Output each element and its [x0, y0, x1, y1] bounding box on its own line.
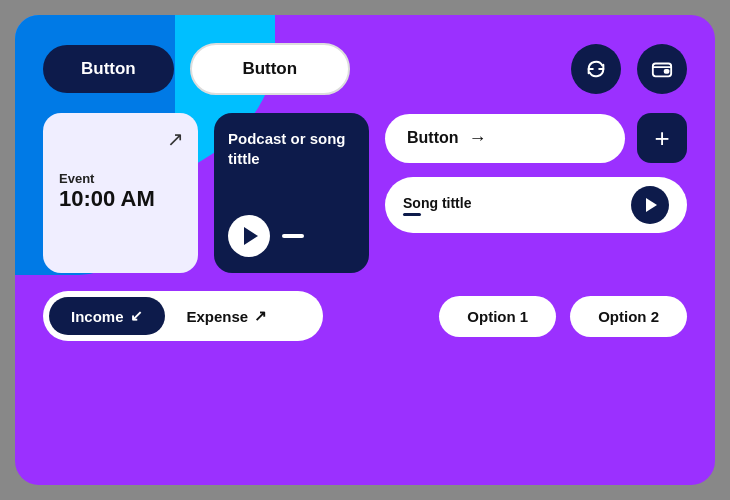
income-label: Income: [71, 308, 124, 325]
expense-toggle-inactive[interactable]: Expense ↗: [169, 297, 286, 335]
arrow-right-icon: →: [469, 128, 487, 149]
option1-button[interactable]: Option 1: [439, 296, 556, 337]
event-time: 10:00 AM: [59, 186, 182, 212]
podcast-card: Podcast or song tittle: [214, 113, 369, 273]
button-arrow-label: Button: [407, 129, 459, 147]
row-1: Button Button: [43, 43, 687, 95]
wallet-icon-button[interactable]: [637, 44, 687, 94]
income-expense-toggle: Income ↙ Expense ↗: [43, 291, 323, 341]
main-canvas: Button Button ↗ Event 10:00 AM: [15, 15, 715, 485]
song-minus-icon[interactable]: [403, 213, 421, 216]
button-with-arrow[interactable]: Button →: [385, 114, 625, 163]
song-title: Song tittle: [403, 195, 471, 211]
expense-label: Expense: [187, 308, 249, 325]
primary-button-1[interactable]: Button: [43, 45, 174, 93]
options-group: Option 1 Option 2: [439, 296, 687, 337]
event-card-content: Event 10:00 AM: [59, 131, 182, 212]
option2-button[interactable]: Option 2: [570, 296, 687, 337]
song-left: Song tittle: [403, 195, 471, 216]
refresh-icon: [585, 58, 607, 80]
song-card: Song tittle: [385, 177, 687, 233]
wallet-icon: [651, 58, 673, 80]
song-play-button[interactable]: [631, 186, 669, 224]
play-icon: [244, 227, 258, 245]
expense-arrow-icon: ↗: [254, 307, 267, 325]
button-arrow-row: Button → +: [385, 113, 687, 163]
row-2: ↗ Event 10:00 AM Podcast or song tittle …: [43, 113, 687, 273]
event-label: Event: [59, 131, 182, 186]
arrow-up-right-icon: ↗: [167, 127, 184, 151]
song-play-icon: [646, 198, 657, 212]
podcast-controls: [228, 215, 355, 257]
podcast-title: Podcast or song tittle: [228, 129, 355, 168]
income-arrow-icon: ↙: [130, 307, 143, 325]
outline-button-1[interactable]: Button: [190, 43, 350, 95]
plus-button[interactable]: +: [637, 113, 687, 163]
podcast-play-button[interactable]: [228, 215, 270, 257]
income-toggle-active[interactable]: Income ↙: [49, 297, 165, 335]
row-3: Income ↙ Expense ↗ Option 1 Option 2: [43, 291, 687, 341]
event-card: ↗ Event 10:00 AM: [43, 113, 198, 273]
right-column: Button → + Song tittle: [385, 113, 687, 273]
minus-icon[interactable]: [282, 234, 304, 238]
svg-rect-1: [665, 70, 669, 73]
refresh-icon-button[interactable]: [571, 44, 621, 94]
